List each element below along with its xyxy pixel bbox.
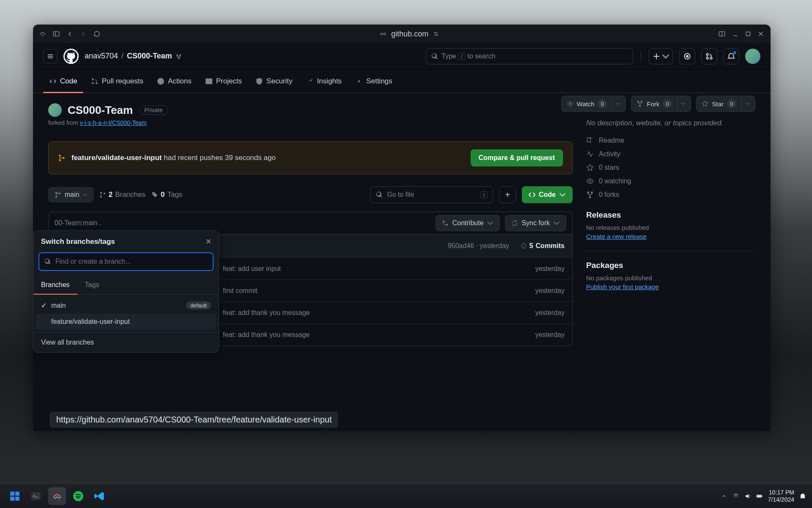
issues-button[interactable] (679, 48, 695, 64)
reload-icon[interactable] (92, 29, 102, 39)
add-file-button[interactable]: + (499, 186, 516, 203)
branch-item-feature[interactable]: feature/validate-user-input (36, 314, 216, 330)
svg-point-46 (587, 191, 589, 193)
check-icon: ✓ (41, 301, 47, 309)
svg-point-48 (589, 196, 591, 198)
tab-code[interactable]: Code (43, 69, 83, 93)
svg-point-2 (381, 33, 383, 35)
code-button[interactable]: Code (522, 186, 573, 203)
tray-battery-icon[interactable] (756, 493, 763, 500)
browser-window: github.com anav5704 / CS000-Team Type / … (33, 25, 771, 431)
latest-sha[interactable]: 950ad46 · yesterday (448, 242, 509, 250)
window-close-icon[interactable] (756, 29, 765, 39)
commits-link[interactable]: 5 Commits (520, 242, 565, 250)
taskbar-arc-icon[interactable] (48, 487, 66, 505)
svg-point-47 (591, 191, 593, 193)
stars-link[interactable]: 0 stars (586, 164, 755, 171)
fork-button[interactable]: Fork0 (631, 96, 691, 112)
branch-search-input[interactable] (38, 252, 214, 271)
svg-rect-12 (746, 32, 750, 36)
site-settings-icon[interactable] (379, 30, 387, 38)
repo-toolbar: main 2 Branches 0 Tags Go to file t + Co… (48, 186, 573, 203)
chevron-down-icon (677, 96, 688, 111)
search-placeholder: Type / to search (442, 52, 495, 60)
activity-link[interactable]: Activity (586, 150, 755, 158)
tab-pull-requests[interactable]: Pull requests (85, 69, 149, 93)
repo-name[interactable]: CS000-Team (68, 104, 133, 117)
branches-tab[interactable]: Branches (33, 276, 77, 295)
taskbar-clock[interactable]: 10:17 PM7/14/2024 (768, 489, 794, 503)
compare-pr-button[interactable]: Compare & pull request (471, 149, 563, 166)
readme-link[interactable]: Readme (586, 137, 755, 144)
pull-requests-button[interactable] (701, 48, 717, 64)
svg-point-32 (59, 159, 61, 161)
branches-link[interactable]: 2 Branches (99, 190, 145, 199)
forks-link[interactable]: 0 forks (586, 191, 755, 199)
branch-select-button[interactable]: main (48, 187, 93, 202)
tray-chevron-icon[interactable] (721, 493, 727, 500)
go-to-file-input[interactable]: Go to file t (370, 186, 493, 203)
watching-link[interactable]: 0 watching (586, 177, 755, 185)
search-input[interactable]: Type / to search (426, 48, 633, 64)
owner-avatar[interactable] (48, 103, 62, 117)
chevron-down-icon (487, 220, 494, 226)
tags-link[interactable]: 0 Tags (151, 190, 182, 199)
star-button[interactable]: Star0 (696, 96, 755, 112)
tags-tab[interactable]: Tags (77, 276, 107, 294)
breadcrumb-owner[interactable]: anav5704 (85, 52, 118, 61)
create-release-link[interactable]: Create a new release (586, 233, 755, 240)
taskbar-spotify-icon[interactable] (69, 487, 87, 505)
tab-projects[interactable]: Projects (199, 69, 248, 93)
svg-rect-53 (10, 491, 14, 496)
push-branch-name: feature/validate-user-input (71, 154, 162, 162)
close-icon[interactable]: × (206, 237, 211, 246)
svg-point-25 (96, 82, 98, 84)
svg-point-34 (55, 192, 57, 193)
svg-point-3 (384, 33, 386, 35)
tab-security[interactable]: Security (250, 69, 298, 93)
window-maximize-icon[interactable] (743, 29, 753, 39)
sidebar-toggle-icon[interactable] (52, 29, 61, 39)
publish-package-link[interactable]: Publish your first package (586, 283, 755, 290)
split-view-icon[interactable] (717, 29, 727, 39)
taskbar-vscode-icon[interactable] (91, 487, 108, 505)
url-bar[interactable]: github.com (106, 30, 713, 39)
view-all-branches-link[interactable]: View all branches (33, 332, 219, 352)
notifications-button[interactable] (723, 48, 739, 64)
tray-notifications-icon[interactable] (799, 493, 806, 500)
menu-button[interactable] (43, 49, 58, 64)
chevron-down-icon (553, 220, 560, 226)
kbd-shortcut: t (480, 191, 488, 199)
contribute-button[interactable]: Contribute (436, 215, 500, 231)
watch-button[interactable]: Watch0 (561, 96, 626, 112)
tab-settings[interactable]: Settings (349, 69, 398, 93)
back-icon[interactable] (65, 29, 74, 39)
branch-item-main[interactable]: ✓maindefault (36, 297, 216, 314)
sync-fork-button[interactable]: Sync fork (505, 215, 566, 231)
visibility-badge: Private (139, 105, 168, 115)
arc-icon[interactable] (38, 29, 47, 39)
svg-point-38 (100, 196, 102, 198)
branch-icon (55, 191, 61, 198)
svg-point-19 (686, 55, 689, 57)
status-bar-url: https://github.com/anav5704/CS000-Team/t… (50, 412, 338, 428)
github-header: anav5704 / CS000-Team Type / to search (33, 43, 771, 69)
tray-volume-icon[interactable] (744, 493, 751, 500)
taskbar-terminal-icon[interactable] (27, 487, 45, 505)
svg-rect-55 (10, 497, 14, 501)
breadcrumb-repo[interactable]: CS000-Team (127, 52, 172, 61)
create-new-button[interactable] (649, 48, 673, 64)
tab-insights[interactable]: Insights (300, 69, 348, 93)
github-logo[interactable] (63, 49, 79, 64)
svg-rect-61 (757, 495, 761, 497)
start-button[interactable] (6, 487, 24, 505)
tray-wifi-icon[interactable] (732, 493, 739, 500)
svg-point-43 (521, 244, 526, 248)
branch-popup-title: Switch branches/tags (41, 237, 115, 246)
site-tune-icon[interactable] (433, 30, 439, 37)
window-minimize-icon[interactable] (731, 29, 740, 39)
user-avatar[interactable] (745, 49, 760, 64)
forked-from-link[interactable]: v-i-s-h-a-n-t/CS000-Team (80, 119, 147, 126)
releases-heading: Releases (586, 210, 755, 220)
tab-actions[interactable]: Actions (151, 69, 198, 93)
